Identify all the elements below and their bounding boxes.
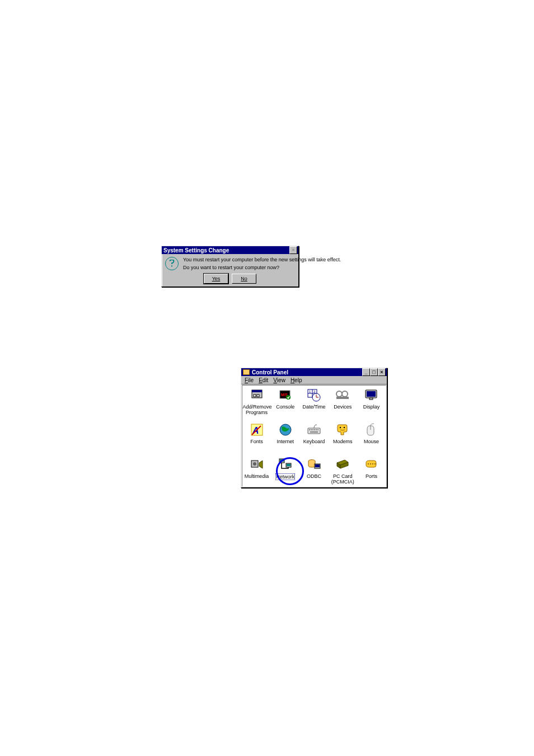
mouse-icon (364, 422, 378, 437)
svg-rect-25 (308, 428, 320, 434)
item-label: Add/Remove Programs (243, 404, 271, 415)
svg-rect-28 (312, 429, 313, 430)
menu-view[interactable]: View (273, 377, 285, 383)
window-buttons: _ □ × (362, 368, 386, 376)
item-label: Multimedia (245, 473, 269, 479)
svg-rect-20 (367, 391, 376, 397)
maximize-icon: □ (372, 370, 375, 375)
svg-rect-18 (336, 397, 349, 399)
svg-point-37 (253, 462, 256, 466)
question-icon (165, 257, 179, 270)
close-icon: × (380, 370, 383, 375)
ports-icon (364, 457, 378, 472)
item-multimedia[interactable]: Multimedia (242, 456, 271, 487)
dialog-close-button[interactable]: × (289, 246, 297, 254)
svg-point-47 (372, 463, 373, 464)
keyboard-icon (307, 422, 321, 437)
item-fonts[interactable]: A Fonts (242, 421, 271, 456)
dialog-text: You must restart your computer before th… (183, 257, 341, 273)
fonts-icon: A (250, 422, 264, 437)
item-ports[interactable]: Ports (357, 456, 386, 487)
item-modems[interactable]: Modems (329, 421, 357, 456)
cp-client-area: Add/Remove Programs MS Console 12 Date/T… (242, 385, 386, 487)
item-network[interactable]: Network (271, 456, 299, 487)
odbc-icon (307, 457, 321, 472)
item-date-time[interactable]: 12 Date/Time (299, 387, 328, 421)
dialog-title: System Settings Change (163, 247, 229, 253)
svg-rect-27 (311, 429, 312, 430)
item-add-remove-programs[interactable]: Add/Remove Programs (242, 387, 271, 421)
item-pc-card[interactable]: PC Card (PCMCIA) (329, 456, 357, 487)
devices-icon (335, 388, 350, 402)
dialog-button-row: Yes No (162, 274, 298, 286)
control-panel-window: Control Panel _ □ × File Edit View Help … (241, 368, 387, 488)
cp-title: Control Panel (252, 369, 288, 375)
item-label: Display (363, 404, 380, 410)
item-label: Internet (277, 439, 294, 444)
pccard-icon (335, 457, 350, 472)
dialog-body: You must restart your computer before th… (162, 254, 298, 274)
menu-edit[interactable]: Edit (259, 377, 268, 383)
svg-point-46 (370, 463, 371, 464)
dialog-titlebar[interactable]: System Settings Change × (162, 246, 298, 254)
svg-rect-31 (317, 429, 318, 430)
item-label: Devices (334, 404, 352, 410)
minimize-button[interactable]: _ (362, 368, 370, 376)
cp-titlebar[interactable]: Control Panel _ □ × (241, 368, 387, 376)
svg-rect-41 (287, 464, 291, 466)
cp-icon-grid: Add/Remove Programs MS Console 12 Date/T… (242, 386, 386, 487)
datetime-icon: 12 (307, 388, 321, 402)
maximize-button[interactable]: □ (370, 368, 378, 376)
internet-icon (278, 422, 293, 437)
item-label: Date/Time (302, 404, 325, 410)
svg-rect-21 (369, 398, 373, 400)
menu-bar: File Edit View Help (241, 376, 387, 384)
yes-button[interactable]: Yes (204, 274, 228, 284)
item-label: Keyboard (303, 439, 325, 444)
item-label: PC Card (PCMCIA) (329, 473, 357, 485)
svg-point-16 (336, 391, 342, 397)
item-label: Mouse (364, 439, 379, 444)
item-console[interactable]: MS Console (271, 387, 299, 421)
item-odbc[interactable]: ODBC (299, 456, 328, 487)
item-internet[interactable]: Internet (271, 421, 299, 456)
item-display[interactable]: Display (357, 387, 386, 421)
no-button[interactable]: No (232, 274, 256, 284)
system-settings-change-dialog: System Settings Change × You must restar… (161, 246, 299, 287)
item-label: Modems (333, 439, 353, 444)
menu-file[interactable]: File (245, 377, 254, 383)
svg-rect-3 (254, 395, 256, 397)
multimedia-icon (250, 457, 264, 472)
modems-icon (335, 422, 350, 437)
svg-rect-39 (280, 459, 284, 462)
item-mouse[interactable]: Mouse (357, 421, 386, 456)
display-icon (364, 388, 378, 402)
folder-icon (243, 369, 250, 375)
svg-rect-4 (257, 395, 259, 397)
dialog-line2: Do you want to restart your computer now… (183, 265, 341, 271)
menu-help[interactable]: Help (291, 377, 302, 383)
item-label: Ports (366, 473, 377, 479)
item-label: Fonts (250, 439, 263, 444)
svg-point-48 (374, 463, 376, 464)
svg-point-33 (340, 427, 341, 428)
close-icon: × (292, 248, 295, 252)
svg-rect-32 (310, 431, 318, 433)
close-button[interactable]: × (378, 368, 386, 376)
network-icon (278, 457, 293, 472)
add-remove-icon (250, 388, 264, 402)
svg-point-0 (171, 265, 172, 266)
console-icon: MS (278, 388, 293, 402)
svg-point-34 (344, 427, 345, 428)
svg-rect-30 (316, 429, 317, 430)
item-label: ODBC (307, 473, 321, 479)
item-keyboard[interactable]: Keyboard (299, 421, 328, 456)
item-label: Network (275, 473, 295, 480)
minimize-icon: _ (364, 370, 367, 375)
svg-rect-2 (252, 390, 262, 392)
svg-rect-44 (315, 464, 320, 467)
dialog-line1: You must restart your computer before th… (183, 257, 341, 263)
svg-rect-26 (309, 429, 310, 430)
item-devices[interactable]: Devices (329, 387, 357, 421)
svg-point-45 (368, 463, 369, 464)
